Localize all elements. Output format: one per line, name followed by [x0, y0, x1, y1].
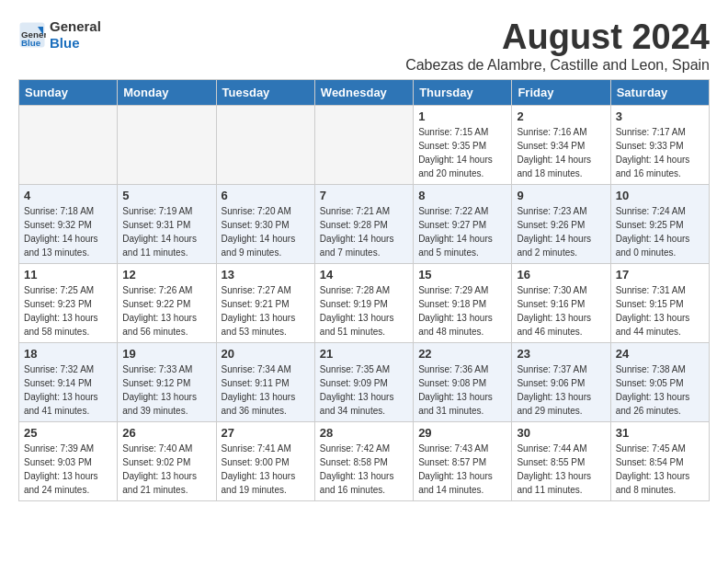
day-info: Sunrise: 7:37 AMSunset: 9:06 PMDaylight:…	[517, 362, 605, 418]
day-number: 26	[122, 426, 210, 440]
day-number: 22	[418, 347, 506, 361]
day-info: Sunrise: 7:15 AMSunset: 9:35 PMDaylight:…	[418, 125, 506, 180]
day-info: Sunrise: 7:23 AMSunset: 9:26 PMDaylight:…	[517, 204, 605, 259]
calendar-cell: 20Sunrise: 7:34 AMSunset: 9:11 PMDayligh…	[216, 342, 314, 421]
day-number: 13	[222, 268, 310, 282]
day-info: Sunrise: 7:21 AMSunset: 9:28 PMDaylight:…	[320, 204, 408, 259]
day-number: 23	[517, 347, 605, 361]
day-info: Sunrise: 7:24 AMSunset: 9:25 PMDaylight:…	[616, 204, 704, 259]
day-info: Sunrise: 7:36 AMSunset: 9:08 PMDaylight:…	[418, 362, 506, 418]
calendar-cell: 24Sunrise: 7:38 AMSunset: 9:05 PMDayligh…	[610, 342, 709, 421]
col-wednesday: Wednesday	[314, 79, 413, 105]
day-info: Sunrise: 7:26 AMSunset: 9:22 PMDaylight:…	[122, 283, 210, 339]
calendar-cell: 4Sunrise: 7:18 AMSunset: 9:32 PMDaylight…	[19, 184, 118, 263]
day-info: Sunrise: 7:39 AMSunset: 9:03 PMDaylight:…	[24, 442, 112, 497]
calendar-table: Sunday Monday Tuesday Wednesday Thursday…	[18, 79, 710, 501]
calendar-cell	[314, 105, 413, 184]
calendar-cell: 9Sunrise: 7:23 AMSunset: 9:26 PMDaylight…	[512, 184, 610, 263]
calendar-cell: 23Sunrise: 7:37 AMSunset: 9:06 PMDayligh…	[512, 342, 610, 421]
day-info: Sunrise: 7:43 AMSunset: 8:57 PMDaylight:…	[418, 442, 506, 497]
day-info: Sunrise: 7:35 AMSunset: 9:09 PMDaylight:…	[320, 362, 408, 418]
day-info: Sunrise: 7:22 AMSunset: 9:27 PMDaylight:…	[418, 204, 506, 259]
logo-text: GeneralBlue	[50, 18, 101, 52]
calendar-cell: 8Sunrise: 7:22 AMSunset: 9:27 PMDaylight…	[414, 184, 512, 263]
col-tuesday: Tuesday	[216, 79, 314, 105]
col-monday: Monday	[118, 79, 216, 105]
location-subtitle: Cabezas de Alambre, Castille and Leon, S…	[405, 57, 710, 74]
day-number: 2	[517, 109, 605, 123]
day-info: Sunrise: 7:18 AMSunset: 9:32 PMDaylight:…	[24, 204, 112, 259]
day-number: 11	[24, 268, 112, 282]
calendar-cell: 30Sunrise: 7:44 AMSunset: 8:55 PMDayligh…	[512, 421, 610, 500]
col-friday: Friday	[512, 79, 610, 105]
calendar-cell: 7Sunrise: 7:21 AMSunset: 9:28 PMDaylight…	[314, 184, 413, 263]
day-number: 8	[418, 189, 506, 202]
calendar-week-4: 18Sunrise: 7:32 AMSunset: 9:14 PMDayligh…	[19, 342, 710, 421]
day-info: Sunrise: 7:17 AMSunset: 9:33 PMDaylight:…	[616, 125, 704, 180]
day-info: Sunrise: 7:41 AMSunset: 9:00 PMDaylight:…	[222, 442, 310, 497]
svg-text:Blue: Blue	[21, 38, 41, 48]
day-number: 1	[418, 109, 506, 123]
month-title: August 2024	[405, 18, 710, 57]
day-info: Sunrise: 7:42 AMSunset: 8:58 PMDaylight:…	[320, 442, 408, 497]
day-info: Sunrise: 7:20 AMSunset: 9:30 PMDaylight:…	[222, 204, 310, 259]
day-number: 21	[320, 347, 408, 361]
calendar-cell: 12Sunrise: 7:26 AMSunset: 9:22 PMDayligh…	[118, 263, 216, 342]
day-number: 14	[320, 268, 408, 282]
calendar-week-3: 11Sunrise: 7:25 AMSunset: 9:23 PMDayligh…	[19, 263, 710, 342]
day-info: Sunrise: 7:38 AMSunset: 9:05 PMDaylight:…	[616, 362, 704, 418]
day-number: 18	[24, 347, 112, 361]
day-number: 5	[122, 189, 210, 202]
col-sunday: Sunday	[19, 79, 118, 105]
day-number: 3	[616, 109, 704, 123]
day-info: Sunrise: 7:27 AMSunset: 9:21 PMDaylight:…	[222, 283, 310, 339]
calendar-cell: 28Sunrise: 7:42 AMSunset: 8:58 PMDayligh…	[314, 421, 413, 500]
calendar-cell: 31Sunrise: 7:45 AMSunset: 8:54 PMDayligh…	[610, 421, 709, 500]
calendar-cell: 2Sunrise: 7:16 AMSunset: 9:34 PMDaylight…	[512, 105, 610, 184]
day-number: 6	[222, 189, 310, 202]
day-number: 16	[517, 268, 605, 282]
calendar-cell: 27Sunrise: 7:41 AMSunset: 9:00 PMDayligh…	[216, 421, 314, 500]
day-info: Sunrise: 7:32 AMSunset: 9:14 PMDaylight:…	[24, 362, 112, 418]
calendar-cell: 26Sunrise: 7:40 AMSunset: 9:02 PMDayligh…	[118, 421, 216, 500]
day-info: Sunrise: 7:44 AMSunset: 8:55 PMDaylight:…	[517, 442, 605, 497]
day-number: 10	[616, 189, 704, 202]
calendar-cell	[118, 105, 216, 184]
day-info: Sunrise: 7:19 AMSunset: 9:31 PMDaylight:…	[122, 204, 210, 259]
day-number: 12	[122, 268, 210, 282]
day-number: 30	[517, 426, 605, 440]
calendar-cell	[19, 105, 118, 184]
calendar-week-1: 1Sunrise: 7:15 AMSunset: 9:35 PMDaylight…	[19, 105, 710, 184]
calendar-cell: 15Sunrise: 7:29 AMSunset: 9:18 PMDayligh…	[414, 263, 512, 342]
day-info: Sunrise: 7:34 AMSunset: 9:11 PMDaylight:…	[222, 362, 310, 418]
logo: General Blue GeneralBlue	[18, 18, 101, 52]
calendar-cell: 6Sunrise: 7:20 AMSunset: 9:30 PMDaylight…	[216, 184, 314, 263]
day-number: 7	[320, 189, 408, 202]
calendar-week-5: 25Sunrise: 7:39 AMSunset: 9:03 PMDayligh…	[19, 421, 710, 500]
calendar-cell: 14Sunrise: 7:28 AMSunset: 9:19 PMDayligh…	[314, 263, 413, 342]
day-info: Sunrise: 7:31 AMSunset: 9:15 PMDaylight:…	[616, 283, 704, 339]
day-number: 29	[418, 426, 506, 440]
calendar-cell: 13Sunrise: 7:27 AMSunset: 9:21 PMDayligh…	[216, 263, 314, 342]
day-number: 19	[122, 347, 210, 361]
calendar-cell: 25Sunrise: 7:39 AMSunset: 9:03 PMDayligh…	[19, 421, 118, 500]
col-thursday: Thursday	[414, 79, 512, 105]
day-info: Sunrise: 7:40 AMSunset: 9:02 PMDaylight:…	[122, 442, 210, 497]
header-row: Sunday Monday Tuesday Wednesday Thursday…	[19, 79, 710, 105]
day-number: 24	[616, 347, 704, 361]
calendar-cell: 10Sunrise: 7:24 AMSunset: 9:25 PMDayligh…	[610, 184, 709, 263]
calendar-week-2: 4Sunrise: 7:18 AMSunset: 9:32 PMDaylight…	[19, 184, 710, 263]
calendar-cell: 29Sunrise: 7:43 AMSunset: 8:57 PMDayligh…	[414, 421, 512, 500]
day-info: Sunrise: 7:30 AMSunset: 9:16 PMDaylight:…	[517, 283, 605, 339]
col-saturday: Saturday	[610, 79, 709, 105]
day-number: 15	[418, 268, 506, 282]
day-info: Sunrise: 7:28 AMSunset: 9:19 PMDaylight:…	[320, 283, 408, 339]
calendar-cell: 19Sunrise: 7:33 AMSunset: 9:12 PMDayligh…	[118, 342, 216, 421]
calendar-cell: 21Sunrise: 7:35 AMSunset: 9:09 PMDayligh…	[314, 342, 413, 421]
logo-icon: General Blue	[18, 21, 46, 49]
day-number: 20	[222, 347, 310, 361]
calendar-cell	[216, 105, 314, 184]
calendar-cell: 18Sunrise: 7:32 AMSunset: 9:14 PMDayligh…	[19, 342, 118, 421]
day-info: Sunrise: 7:29 AMSunset: 9:18 PMDaylight:…	[418, 283, 506, 339]
calendar-cell: 5Sunrise: 7:19 AMSunset: 9:31 PMDaylight…	[118, 184, 216, 263]
